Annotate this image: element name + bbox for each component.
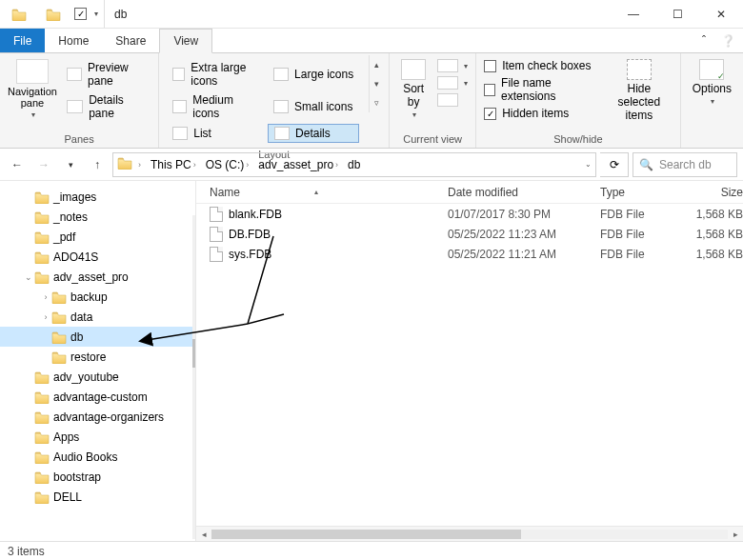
- tree-node--notes[interactable]: _notes: [0, 207, 195, 227]
- preview-pane-button[interactable]: Preview pane: [67, 61, 149, 88]
- file-row[interactable]: blank.FDB01/07/2017 8:30 PMFDB File1,568…: [210, 204, 743, 224]
- details-pane-icon: [67, 100, 83, 113]
- help-icon[interactable]: ❔: [713, 29, 743, 52]
- file-icon: [210, 207, 223, 222]
- address-bar: ← → ▾ ↑ › This PC › OS (C:) › adv_asset_…: [0, 149, 743, 181]
- breadcrumb[interactable]: › This PC › OS (C:) › adv_asset_pro › db…: [112, 152, 596, 177]
- col-date[interactable]: Date modified: [448, 186, 600, 199]
- minimize-button[interactable]: —: [612, 0, 655, 29]
- tree-node-adv-youtube[interactable]: adv_youtube: [0, 367, 195, 387]
- layout-list[interactable]: List: [167, 124, 264, 143]
- forward-button[interactable]: →: [32, 153, 55, 176]
- sort-indicator-icon: ▴: [314, 188, 318, 196]
- layout-small[interactable]: Small icons: [268, 91, 359, 122]
- xl-icons-icon: [172, 68, 185, 81]
- tree-node-label: data: [70, 310, 92, 324]
- tree-node-bootstrap[interactable]: bootstrap: [0, 467, 195, 487]
- col-type[interactable]: Type: [600, 186, 676, 199]
- ribbon-collapse-icon[interactable]: ˆ: [694, 29, 713, 52]
- qat-dropdown-icon[interactable]: ▾: [94, 10, 98, 18]
- tree-node-label: db: [70, 330, 83, 344]
- tree-node-dell[interactable]: DELL: [0, 487, 195, 507]
- tree-node-audio-books[interactable]: Audio Books: [0, 447, 195, 467]
- tree-node-adv-asset-pro[interactable]: ⌄adv_asset_pro: [0, 267, 195, 287]
- sort-by-button[interactable]: Sort by ▾: [395, 55, 432, 123]
- crumb-dropdown-icon[interactable]: ⌄: [585, 160, 592, 169]
- hscroll-thumb[interactable]: [211, 530, 521, 539]
- folder-icon: [34, 490, 50, 504]
- layout-medium[interactable]: Medium icons: [167, 91, 264, 122]
- file-list-pane: Name▴ Date modified Type Size blank.FDB0…: [196, 181, 743, 541]
- tree-node-apps[interactable]: Apps: [0, 427, 195, 447]
- size-columns-button[interactable]: [437, 93, 468, 107]
- tree-node--images[interactable]: _images: [0, 187, 195, 207]
- crumb-this-pc[interactable]: This PC ›: [147, 158, 200, 171]
- group-panes-label: Panes: [6, 131, 152, 148]
- crumb-folder2[interactable]: db: [344, 158, 364, 171]
- folder-icon: [51, 290, 67, 304]
- tree-node-data[interactable]: ›data: [0, 307, 195, 327]
- layout-large[interactable]: Large icons: [268, 59, 359, 90]
- hide-selected-button[interactable]: Hide selected items: [604, 55, 674, 126]
- layout-scroll-up-icon[interactable]: ▴: [370, 55, 383, 74]
- qat-checkbox-icon[interactable]: ✓: [74, 8, 87, 20]
- horizontal-scrollbar[interactable]: ◂ ▸: [196, 526, 743, 541]
- file-name: sys.FDB: [229, 248, 271, 261]
- folder-icon: [34, 450, 50, 464]
- tree-node-ado41s[interactable]: ADO41S: [0, 247, 195, 267]
- item-checkboxes-toggle[interactable]: Item check boxes: [484, 59, 598, 72]
- add-columns-button[interactable]: ▾: [437, 76, 468, 90]
- tree-node-db[interactable]: db: [0, 327, 195, 347]
- chevron-right-icon[interactable]: ›: [40, 312, 51, 322]
- refresh-button[interactable]: ⟳: [600, 152, 629, 177]
- layout-scroll-down-icon[interactable]: ▾: [370, 74, 383, 93]
- folder-icon: [34, 410, 50, 424]
- hidden-items-toggle[interactable]: ✓Hidden items: [484, 107, 598, 120]
- tree-node--pdf[interactable]: _pdf: [0, 227, 195, 247]
- tab-share[interactable]: Share: [102, 29, 159, 52]
- tab-home[interactable]: Home: [45, 29, 102, 52]
- file-extensions-toggle[interactable]: File name extensions: [484, 76, 598, 103]
- scroll-left-icon[interactable]: ◂: [196, 530, 211, 539]
- close-button[interactable]: ✕: [699, 0, 743, 29]
- tree-node-label: DELL: [53, 490, 82, 504]
- tree-node-advantage-custom[interactable]: advantage-custom: [0, 387, 195, 407]
- details-pane-button[interactable]: Details pane: [67, 93, 149, 120]
- tree-node-label: Audio Books: [53, 450, 117, 464]
- history-dropdown[interactable]: ▾: [59, 153, 82, 176]
- col-size[interactable]: Size: [676, 186, 743, 199]
- file-icon: [210, 247, 223, 262]
- tab-file[interactable]: File: [0, 29, 45, 52]
- back-button[interactable]: ←: [6, 153, 29, 176]
- navigation-pane-button[interactable]: Navigation pane ▾: [6, 55, 59, 123]
- chevron-right-icon[interactable]: ›: [40, 292, 51, 302]
- crumb-drive[interactable]: OS (C:) ›: [202, 158, 253, 171]
- folder-tree[interactable]: _images_notes_pdfADO41S⌄adv_asset_pro›ba…: [0, 181, 196, 541]
- chevron-down-icon[interactable]: ⌄: [23, 272, 34, 282]
- tree-node-advantage-organizers[interactable]: advantage-organizers: [0, 407, 195, 427]
- layout-details[interactable]: Details: [268, 124, 359, 143]
- group-by-button[interactable]: ▾: [437, 59, 468, 72]
- options-button[interactable]: Options ▾: [687, 55, 737, 110]
- file-date: 05/25/2022 11:23 AM: [448, 228, 600, 241]
- file-name: DB.FDB: [229, 228, 271, 241]
- scroll-right-icon[interactable]: ▸: [728, 530, 743, 539]
- crumb-folder1[interactable]: adv_asset_pro ›: [254, 158, 342, 171]
- tree-node-restore[interactable]: restore: [0, 347, 195, 367]
- column-headers[interactable]: Name▴ Date modified Type Size: [196, 181, 743, 204]
- up-button[interactable]: ↑: [86, 153, 109, 176]
- file-date: 01/07/2017 8:30 PM: [448, 208, 600, 221]
- qat-folder-icon[interactable]: [46, 6, 63, 23]
- search-input[interactable]: 🔍 Search db: [633, 152, 737, 177]
- tree-node-backup[interactable]: ›backup: [0, 287, 195, 307]
- file-row[interactable]: sys.FDB05/25/2022 11:21 AMFDB File1,568 …: [210, 244, 743, 264]
- status-bar: 3 items: [0, 541, 743, 560]
- folder-icon: [51, 330, 67, 344]
- maximize-button[interactable]: ☐: [655, 0, 699, 29]
- layout-extra-large[interactable]: Extra large icons: [167, 59, 264, 90]
- tab-view[interactable]: View: [159, 29, 212, 53]
- layout-more-icon[interactable]: ▿: [370, 93, 383, 112]
- file-row[interactable]: DB.FDB05/25/2022 11:23 AMFDB File1,568 K…: [210, 224, 743, 244]
- file-name: blank.FDB: [229, 208, 282, 221]
- col-name[interactable]: Name▴: [210, 186, 448, 199]
